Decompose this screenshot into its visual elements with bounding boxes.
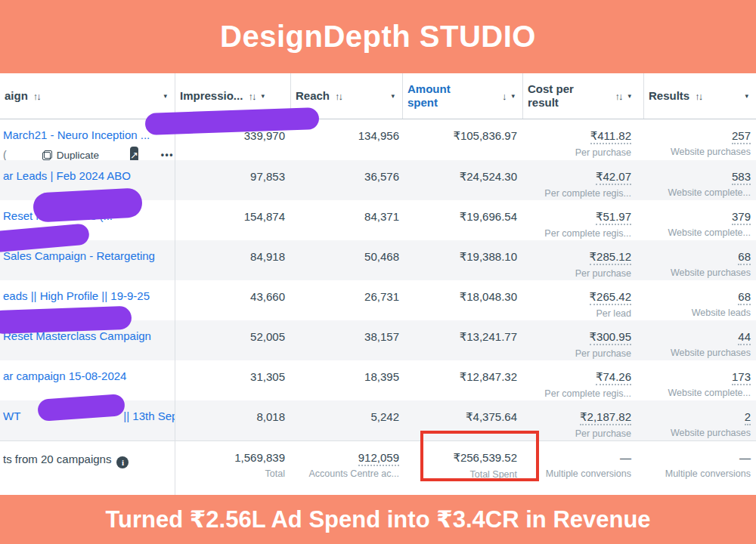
reach-cell: 36,576: [291, 160, 403, 200]
cutoff-icon-fragment: (: [3, 149, 7, 160]
total-spent-highlight-box: [420, 431, 539, 481]
amount-value: ₹12,847.32: [460, 370, 517, 383]
summary-label-cell: ts from 20 campaignsi: [0, 441, 175, 496]
sort-icon[interactable]: ↑↓: [615, 91, 621, 102]
summary-cost-label: Multiple conversions: [523, 468, 631, 479]
column-label: Reach: [296, 89, 330, 103]
cost-value: ₹51.97: [596, 210, 631, 225]
cost-cell: ₹51.97Per complete regis...: [523, 200, 644, 240]
amount-value: ₹19,696.54: [460, 210, 517, 223]
cost-cell: ₹285.12Per purchase: [523, 240, 644, 280]
campaign-link[interactable]: Sales Campaign - Retargeting: [3, 249, 155, 262]
amount-cell: ₹19,696.54: [403, 200, 523, 240]
campaign-link-tail[interactable]: || 13th Sept: [123, 410, 175, 422]
reach-value: 134,956: [358, 129, 399, 142]
sort-icon[interactable]: ↓: [502, 91, 506, 102]
duplicate-label: Duplicate: [57, 150, 99, 161]
table-body: March21 - Neuro Inception ...(Duplicate↗…: [0, 119, 756, 440]
summary-row: ts from 20 campaignsi1,569,839Total912,0…: [0, 440, 756, 496]
studio-title: DesignDepth STUDIO: [220, 20, 536, 54]
cost-value: ₹74.26: [596, 370, 631, 385]
chevron-down-icon[interactable]: ▾: [745, 92, 748, 100]
info-icon[interactable]: i: [116, 456, 129, 468]
reach-cell: 50,468: [291, 240, 403, 280]
amount-cell: ₹13,241.77: [403, 320, 523, 360]
chevron-down-icon[interactable]: ▾: [391, 92, 395, 100]
results-value: 44: [738, 330, 751, 345]
sort-icon[interactable]: ↑↓: [33, 91, 40, 102]
summary-reach-value: 912,059: [358, 451, 399, 466]
view-charts-button[interactable]: ↗: [130, 147, 138, 160]
cost-cell: ₹42.07Per complete regis...: [523, 160, 644, 200]
column-header-results[interactable]: Results↑↓▾: [644, 73, 756, 119]
impressions-value: 84,918: [250, 250, 285, 263]
results-value: 379: [732, 210, 751, 225]
chevron-down-icon[interactable]: ▾: [163, 92, 167, 100]
campaign-link[interactable]: ar Leads | Feb 2024 ABO: [3, 169, 131, 182]
duplicate-icon: [42, 150, 52, 160]
row-action-bar: (Duplicate↗•••: [3, 147, 172, 160]
chevron-down-icon[interactable]: ▾: [261, 92, 265, 100]
amount-value: ₹105,836.97: [453, 129, 517, 142]
cost-type-label: Per complete regis...: [523, 228, 631, 239]
amount-cell: ₹105,836.97: [403, 119, 523, 160]
reach-cell: 5,242: [291, 400, 403, 440]
chevron-down-icon[interactable]: ▾: [511, 92, 515, 100]
reach-value: 36,576: [364, 170, 399, 183]
sort-icon[interactable]: ↑↓: [695, 91, 702, 102]
summary-reach-label: Accounts Centre ac...: [291, 468, 399, 479]
results-type-label: Website purchases: [644, 428, 751, 438]
reach-value: 38,157: [364, 330, 399, 343]
results-value: 2: [745, 410, 751, 425]
column-header-amount_spent[interactable]: Amount spent↓▾: [403, 73, 523, 119]
summary-impressions-value: 1,569,839: [234, 451, 285, 464]
results-cell: 379Website complete...: [644, 200, 756, 240]
campaign-link[interactable]: ar campaign 15-08-2024: [3, 369, 126, 382]
results-cell: 68Website leads: [644, 280, 756, 320]
cost-value: ₹411.82: [590, 129, 631, 144]
results-cell: 583Website complete...: [644, 160, 756, 200]
results-value: 257: [732, 129, 751, 144]
cost-type-label: Per complete regis...: [523, 188, 631, 199]
sort-icon[interactable]: ↑↓: [335, 91, 342, 102]
results-value: 583: [732, 170, 751, 185]
impressions-value: 154,874: [244, 210, 285, 223]
column-header-campaign[interactable]: aign↑↓▾: [0, 73, 175, 119]
column-header-cost_per_result[interactable]: Cost per result↑↓▾: [523, 73, 644, 119]
sort-icon[interactable]: ↑↓: [248, 91, 255, 102]
results-type-label: Website purchases: [644, 267, 751, 278]
more-options-button[interactable]: •••: [161, 150, 174, 160]
cost-type-label: Per purchase: [523, 268, 631, 279]
duplicate-button[interactable]: Duplicate: [42, 150, 99, 161]
amount-value: ₹18,048.30: [460, 290, 517, 303]
reach-value: 5,242: [370, 410, 399, 423]
cost-type-label: Per complete regis...: [523, 388, 631, 399]
amount-cell: ₹24,524.30: [403, 160, 523, 200]
summary-impressions-cell: 1,569,839Total: [175, 441, 291, 496]
redaction-scribble: [0, 306, 132, 334]
cost-type-label: Per purchase: [523, 147, 631, 158]
campaign-link[interactable]: eads || High Profile || 19-9-25: [3, 289, 150, 302]
summary-cost-value: —: [620, 451, 631, 464]
impressions-cell: 97,853: [175, 160, 291, 200]
impressions-cell: 52,005: [175, 320, 291, 360]
redaction-scribble: [33, 187, 143, 222]
amount-value: ₹13,241.77: [460, 330, 517, 343]
campaign-link[interactable]: March21 - Neuro Inception ...: [3, 128, 150, 141]
impressions-value: 43,660: [250, 290, 285, 303]
campaign-link[interactable]: WT: [3, 410, 20, 422]
reach-value: 26,731: [364, 290, 399, 303]
cost-cell: ₹411.82Per purchase: [523, 119, 644, 160]
bottom-banner: Turned ₹2.56L Ad Spend into ₹3.4CR in Re…: [0, 495, 756, 544]
reach-value: 18,395: [364, 370, 399, 383]
impressions-cell: 84,918: [175, 240, 291, 280]
results-cell: 68Website purchases: [644, 240, 756, 280]
chevron-down-icon[interactable]: ▾: [627, 92, 631, 100]
impressions-value: 97,853: [250, 170, 285, 183]
reach-cell: 38,157: [291, 320, 403, 360]
cost-value: ₹2,187.82: [580, 410, 631, 425]
results-type-label: Website purchases: [644, 348, 751, 358]
revenue-claim-text: Turned ₹2.56L Ad Spend into ₹3.4CR in Re…: [105, 505, 650, 533]
cost-cell: ₹2,187.82Per purchase: [523, 400, 644, 440]
reach-value: 50,468: [364, 250, 399, 263]
